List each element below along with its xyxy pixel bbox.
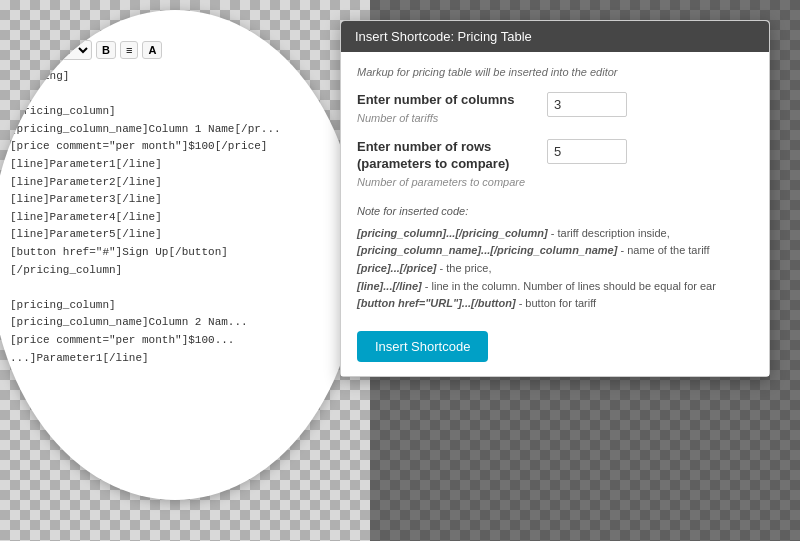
columns-input[interactable] — [547, 92, 627, 117]
notes-title: Note for inserted code: — [357, 203, 753, 221]
rows-label: Enter number of rows (parameters to comp… — [357, 139, 537, 173]
rows-form-row: Enter number of rows (parameters to comp… — [357, 139, 753, 189]
notes-section: Note for inserted code: [pricing_column]… — [357, 203, 753, 313]
columns-hint: Number of tariffs — [357, 111, 537, 125]
bold-button[interactable]: B — [96, 41, 116, 59]
editor-content: [pricing] [pricing_column] [pricing_colu… — [10, 68, 350, 367]
note-line-3: [price]...[/price] - the price, — [357, 260, 753, 278]
columns-label: Enter number of columns — [357, 92, 537, 109]
rows-hint: Number of parameters to compare — [357, 175, 537, 189]
dialog-body: Markup for pricing table will be inserte… — [341, 52, 769, 376]
dialog-subtitle: Markup for pricing table will be inserte… — [357, 66, 753, 78]
editor-circle: Paragraph B ≡ A [pricing] [pricing_colum… — [0, 10, 360, 500]
editor-toolbar: Paragraph B ≡ A — [10, 40, 350, 60]
insert-shortcode-button[interactable]: Insert Shortcode — [357, 331, 488, 362]
dialog-panel: Insert Shortcode: Pricing Table Markup f… — [340, 20, 770, 377]
paragraph-select[interactable]: Paragraph — [10, 40, 92, 60]
rows-label-group: Enter number of rows (parameters to comp… — [357, 139, 537, 189]
align-button[interactable]: ≡ — [120, 41, 138, 59]
note-line-5: [button href="URL"]...[/button] - button… — [357, 295, 753, 313]
color-button[interactable]: A — [142, 41, 162, 59]
note-line-1: [pricing_column]...[/pricing_column] - t… — [357, 225, 753, 243]
dialog-title: Insert Shortcode: Pricing Table — [355, 29, 532, 44]
note-line-4: [line]...[/line] - line in the column. N… — [357, 278, 753, 296]
dialog-title-bar: Insert Shortcode: Pricing Table — [341, 21, 769, 52]
columns-label-group: Enter number of columns Number of tariff… — [357, 92, 537, 125]
rows-input[interactable] — [547, 139, 627, 164]
note-line-2: [pricing_column_name]...[/pricing_column… — [357, 242, 753, 260]
columns-form-row: Enter number of columns Number of tariff… — [357, 92, 753, 125]
